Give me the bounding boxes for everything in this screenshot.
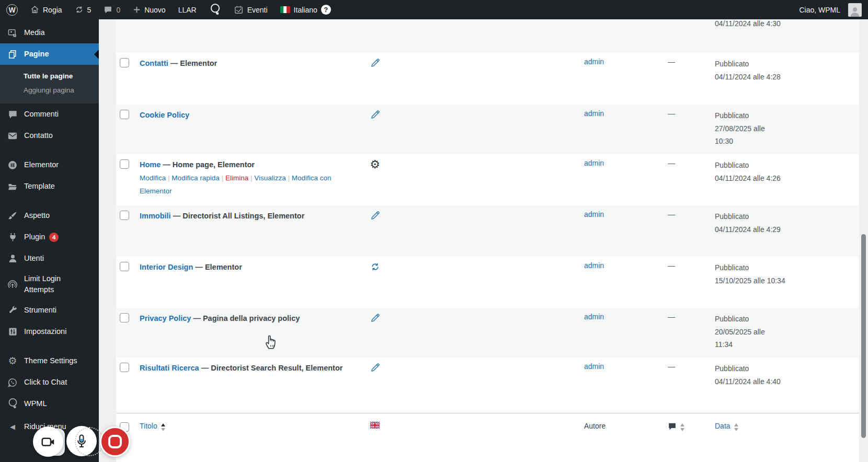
comment-bubble-icon bbox=[104, 5, 112, 14]
site-name-menu[interactable]: Rogia bbox=[24, 0, 68, 19]
gear-icon: ⚙ bbox=[7, 356, 18, 366]
action-modifica-rapida[interactable]: Modifica rapida bbox=[172, 174, 220, 182]
comments-cell: — bbox=[668, 257, 715, 308]
author-link[interactable]: admin bbox=[584, 313, 604, 321]
edit-translation-pencil-icon[interactable] bbox=[370, 313, 381, 324]
column-header-author: Autore bbox=[584, 422, 606, 430]
author-link[interactable]: admin bbox=[584, 362, 604, 371]
sidebar-subitem-all-pages[interactable]: Tutte le pagine bbox=[0, 69, 99, 83]
sidebar-item-pagine[interactable]: Pagine bbox=[0, 43, 99, 65]
row-checkbox[interactable] bbox=[120, 363, 129, 372]
comments-column-icon[interactable] bbox=[668, 422, 677, 431]
sidebar-item-label: Pagine bbox=[18, 49, 49, 60]
user-icon bbox=[7, 253, 18, 263]
sort-arrows[interactable] bbox=[161, 422, 165, 431]
plugin-update-badge: 4 bbox=[49, 233, 59, 242]
action-modifica[interactable]: Modifica bbox=[140, 174, 166, 182]
author-link[interactable]: admin bbox=[584, 109, 604, 118]
row-checkbox[interactable] bbox=[120, 211, 129, 220]
table-row: Immobili — Directorist All Listings, Ele… bbox=[116, 205, 859, 257]
page-title-link[interactable]: Interior Design bbox=[140, 263, 193, 271]
sidebar-item-wpml[interactable]: WPML bbox=[0, 393, 99, 414]
updates-icon bbox=[75, 5, 84, 14]
sidebar-item-contatto[interactable]: Contatto bbox=[0, 125, 99, 146]
edit-translation-pencil-icon[interactable] bbox=[370, 362, 381, 373]
new-content-menu[interactable]: Nuovo bbox=[127, 0, 172, 19]
sidebar-item-label: Commenti bbox=[18, 109, 59, 120]
edit-translation-pencil-icon[interactable] bbox=[370, 109, 381, 120]
sidebar-item-impostazioni[interactable]: Impostazioni bbox=[0, 321, 99, 342]
account-greeting: Ciao, WPML bbox=[799, 6, 840, 14]
sidebar-item-utenti[interactable]: Utenti bbox=[0, 248, 99, 269]
sidebar-item-label: Utenti bbox=[18, 253, 44, 264]
action-elimina[interactable]: Elimina bbox=[225, 174, 248, 182]
sidebar-item-aspetto[interactable]: Aspetto bbox=[0, 205, 99, 226]
sidebar-item-elementor[interactable]: Elementor bbox=[0, 154, 99, 176]
pages-icon bbox=[7, 49, 18, 60]
sidebar-item-label: Contatto bbox=[18, 130, 53, 141]
comments-cell: — bbox=[668, 357, 715, 413]
avatar bbox=[848, 3, 862, 17]
page-title-link[interactable]: Contatti bbox=[140, 59, 168, 67]
page-state: — Directorist All Listings, Elementor bbox=[173, 212, 305, 220]
sort-arrows[interactable] bbox=[680, 422, 684, 431]
comments-count: 0 bbox=[116, 6, 120, 14]
page-state: — Elementor bbox=[195, 263, 242, 271]
events-menu[interactable]: Eventi bbox=[227, 0, 274, 19]
author-link[interactable]: admin bbox=[584, 159, 604, 167]
stop-recording-button[interactable] bbox=[100, 426, 130, 457]
whatsapp-icon bbox=[7, 377, 18, 388]
updates-menu[interactable]: 5 bbox=[68, 0, 98, 19]
page-title-link[interactable]: Home bbox=[140, 160, 161, 169]
wpml-icon bbox=[7, 398, 18, 410]
page-title-link[interactable]: Cookie Policy bbox=[140, 111, 189, 119]
page-title-link[interactable]: Immobili bbox=[140, 212, 171, 220]
row-checkbox[interactable] bbox=[120, 159, 129, 169]
row-checkbox[interactable] bbox=[120, 313, 129, 322]
comments-cell: — bbox=[668, 205, 715, 257]
wpml-topbar-menu[interactable] bbox=[203, 0, 227, 19]
wordpress-logo[interactable]: W bbox=[0, 0, 24, 19]
column-header-date[interactable]: Data bbox=[715, 422, 730, 430]
sort-arrows[interactable] bbox=[734, 422, 738, 431]
author-link[interactable]: admin bbox=[584, 210, 604, 218]
published-date: Pubblicato 04/11/2024 alle 4:40 bbox=[715, 357, 859, 413]
language-menu[interactable]: Italiano ? bbox=[274, 0, 337, 19]
sidebar-item-label: Template bbox=[18, 181, 55, 192]
column-header-title[interactable]: Titolo bbox=[140, 422, 157, 430]
row-checkbox[interactable] bbox=[120, 110, 129, 119]
sidebar-item-label: Aspetto bbox=[18, 210, 50, 221]
vertical-scrollbar[interactable] bbox=[861, 234, 866, 438]
published-date: Pubblicato 20/05/2025 alle 11:34 bbox=[715, 308, 859, 357]
sidebar-item-strumenti[interactable]: Strumenti bbox=[0, 299, 99, 321]
update-translation-refresh-icon[interactable] bbox=[370, 261, 381, 272]
page-title-link[interactable]: Privacy Policy bbox=[140, 314, 191, 322]
sidebar-subitem-add-page[interactable]: Aggiungi pagina bbox=[0, 83, 99, 97]
translation-settings-gear-icon[interactable]: ⚙ bbox=[370, 159, 380, 170]
account-menu[interactable]: Ciao, WPML bbox=[793, 3, 863, 17]
author-link[interactable]: admin bbox=[584, 57, 604, 66]
action-visualizza[interactable]: Visualizza bbox=[254, 174, 286, 182]
row-checkbox[interactable] bbox=[120, 262, 129, 271]
comments-cell: — bbox=[668, 154, 715, 205]
video-camera-icon bbox=[40, 434, 56, 449]
edit-translation-pencil-icon[interactable] bbox=[370, 57, 381, 68]
comments-menu[interactable]: 0 bbox=[97, 0, 127, 19]
row-checkbox[interactable] bbox=[120, 58, 129, 67]
author-link[interactable]: admin bbox=[584, 261, 604, 270]
action-separator: | bbox=[168, 174, 170, 182]
sidebar-item-plugin[interactable]: Plugin 4 bbox=[0, 226, 99, 248]
sidebar-item-template[interactable]: Template bbox=[0, 176, 99, 197]
sidebar-item-limit-login-attempts[interactable]: Limit Login Attempts bbox=[0, 269, 99, 299]
camera-button[interactable] bbox=[33, 426, 63, 457]
sidebar-item-label: Click to Chat bbox=[18, 377, 67, 388]
edit-translation-pencil-icon[interactable] bbox=[370, 210, 381, 221]
help-icon[interactable]: ? bbox=[321, 5, 331, 15]
sidebar-item-theme-settings[interactable]: ⚙ Theme Settings bbox=[0, 350, 99, 372]
wordpress-logo-icon: W bbox=[6, 4, 18, 16]
sidebar-item-media[interactable]: Media bbox=[0, 22, 99, 43]
llar-menu[interactable]: LLAR bbox=[172, 0, 203, 19]
page-title-link[interactable]: Risultati Ricerca bbox=[140, 364, 199, 372]
sidebar-item-click-to-chat[interactable]: Click to Chat bbox=[0, 372, 99, 393]
sidebar-item-commenti[interactable]: Commenti bbox=[0, 103, 99, 125]
